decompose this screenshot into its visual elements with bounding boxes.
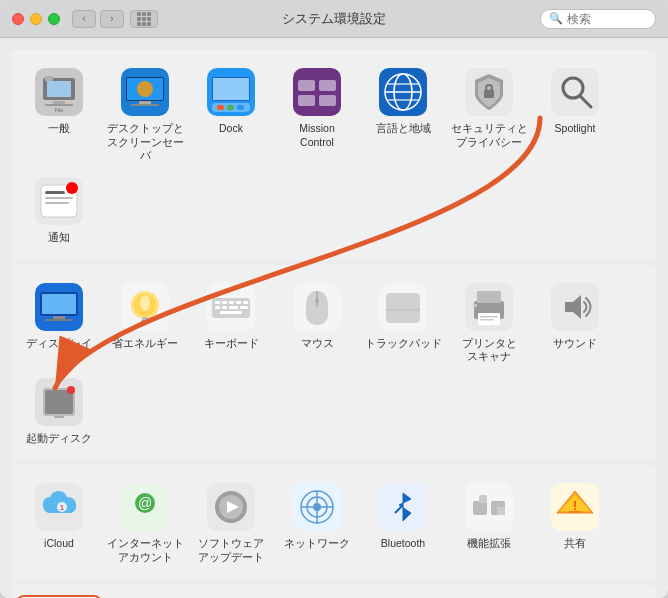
pref-general[interactable]: File 一般 [16,60,102,169]
back-button[interactable]: ‹ [72,10,96,28]
bluetooth-label: Bluetooth [381,537,425,551]
pref-display[interactable]: ディスプレイ [16,275,102,370]
pref-extensions[interactable]: 機能拡張 [446,475,532,570]
sound-icon [551,283,599,331]
svg-rect-76 [480,316,498,318]
mouse-icon-wrap [291,281,343,333]
startup-icon-wrap [33,376,85,428]
section-1: File 一般 [12,50,656,261]
keyboard-label: キーボード [204,337,259,351]
startup-label: 起動ディスク [26,432,92,446]
pref-security[interactable]: セキュリティとプライバシー [446,60,532,169]
notification-label: 通知 [48,231,70,245]
pref-network[interactable]: ネットワーク [274,475,360,570]
preferences-content: File 一般 [0,38,668,598]
spotlight-icon-wrap [549,66,601,118]
display-label: ディスプレイ [26,337,92,351]
forward-button[interactable]: › [100,10,124,28]
grid-view-button[interactable] [130,10,158,28]
svg-rect-63 [229,306,238,309]
svg-text:1: 1 [60,504,64,511]
svg-rect-34 [551,68,599,116]
svg-rect-41 [45,202,69,204]
dock-icon-wrap [205,66,257,118]
trackpad-icon-wrap [377,281,429,333]
search-input[interactable] [567,12,647,26]
svg-rect-59 [236,301,241,304]
spotlight-label: Spotlight [555,122,596,136]
svg-rect-22 [319,80,336,91]
pref-energy[interactable]: 省エネルギー [102,275,188,370]
svg-rect-45 [42,294,76,314]
svg-rect-20 [293,68,341,116]
pref-spotlight[interactable]: Spotlight [532,60,618,169]
svg-rect-3 [53,101,65,104]
svg-rect-77 [480,319,494,321]
printer-icon [465,283,513,331]
network-icon [293,483,341,531]
svg-point-68 [315,299,319,303]
svg-rect-15 [213,78,249,100]
pref-dock[interactable]: Dock [188,60,274,169]
maximize-button[interactable] [48,13,60,25]
software-icon-wrap [205,481,257,533]
internet-label: インターネットアカウント [107,537,184,564]
section-3: 1 iCloud @ インターネットアカウント [12,465,656,580]
minimize-button[interactable] [30,13,42,25]
icloud-icon-wrap: 1 [33,481,85,533]
pref-internet[interactable]: @ インターネットアカウント [102,475,188,570]
pref-software[interactable]: ソフトウェアアップデート [188,475,274,570]
sharing-icon: ! [551,483,599,531]
pref-notification[interactable]: 通知 [16,169,102,251]
network-label: ネットワーク [284,537,350,551]
svg-point-10 [137,81,153,97]
pref-desktop[interactable]: デスクトップとスクリーンセーバ [102,60,188,169]
language-label: 言語と地域 [376,122,431,136]
svg-rect-74 [477,291,501,303]
pref-bluetooth[interactable]: Bluetooth [360,475,446,570]
close-button[interactable] [12,13,24,25]
pref-mouse[interactable]: マウス [274,275,360,370]
svg-rect-19 [237,105,244,110]
pref-sharing[interactable]: ! 共有 [532,475,618,570]
search-icon: 🔍 [549,12,563,25]
internet-icon-wrap: @ [119,481,171,533]
pref-keyboard[interactable]: キーボード [188,275,274,370]
software-label: ソフトウェアアップデート [198,537,264,564]
sound-label: サウンド [553,337,597,351]
security-icon-wrap [463,66,515,118]
desktop-icon [121,68,169,116]
search-box[interactable]: 🔍 [540,9,656,29]
energy-icon [121,283,169,331]
grid-icon [137,12,151,26]
pref-startup[interactable]: 起動ディスク [16,370,102,452]
svg-rect-21 [298,80,315,91]
window-title: システム環境設定 [282,10,386,28]
pref-printer[interactable]: プリンタとスキャナ [446,275,532,370]
svg-rect-108 [497,507,505,515]
svg-rect-53 [141,320,149,322]
svg-rect-78 [473,304,477,307]
svg-rect-52 [142,317,148,320]
desktop-label: デスクトップとスクリーンセーバ [106,122,184,163]
pref-trackpad[interactable]: トラックパッド [360,275,446,370]
svg-text:@: @ [138,495,152,511]
language-icon-wrap [377,66,429,118]
display-icon-wrap [33,281,85,333]
language-icon [379,68,427,116]
pref-sound[interactable]: サウンド [532,275,618,370]
svg-rect-40 [45,197,73,199]
pref-mission[interactable]: MissionControl [274,60,360,169]
svg-rect-47 [45,319,73,321]
svg-text:File: File [55,107,63,113]
svg-rect-62 [222,306,227,309]
pref-language[interactable]: 言語と地域 [360,60,446,169]
printer-icon-wrap [463,281,515,333]
pref-icloud[interactable]: 1 iCloud [16,475,102,570]
keyboard-icon-wrap [205,281,257,333]
svg-point-51 [140,295,150,311]
svg-rect-11 [139,101,151,104]
display-icon [35,283,83,331]
extensions-icon-wrap [463,481,515,533]
mission-icon-wrap [291,66,343,118]
